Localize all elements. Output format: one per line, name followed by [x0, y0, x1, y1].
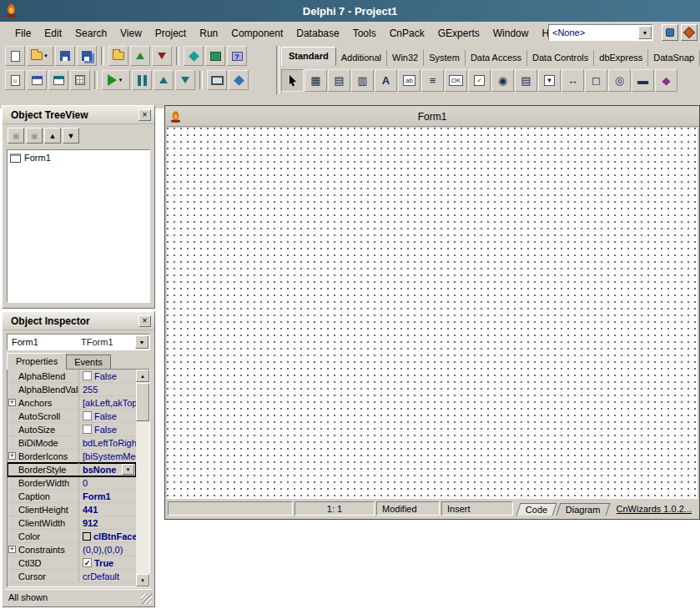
save-button[interactable] [55, 46, 75, 66]
palette-tab-datasnap[interactable]: DataSnap [648, 50, 700, 66]
form-title-bar[interactable]: Form1 [166, 107, 698, 127]
tab-properties[interactable]: Properties [7, 353, 67, 370]
scroll-up-icon[interactable]: ▲ [136, 370, 149, 382]
run-button[interactable]: ▼ [102, 70, 130, 90]
menu-edit[interactable]: Edit [38, 25, 68, 42]
new-form-button[interactable] [70, 70, 90, 90]
move-down-button[interactable]: ▼ [63, 128, 79, 143]
close-icon[interactable]: × [138, 109, 151, 121]
checkbox-unchecked-icon[interactable] [83, 425, 92, 434]
radiobutton-component-button[interactable]: ◉ [491, 69, 514, 92]
help-contents-button[interactable]: ? [227, 46, 247, 66]
button-component-button[interactable]: OK [445, 69, 467, 92]
view-monitor-button[interactable] [207, 70, 227, 90]
tree-item-form1[interactable]: Form1 [8, 150, 149, 163]
color-swatch[interactable] [83, 532, 91, 541]
listbox-component-button[interactable]: ▤ [515, 69, 537, 92]
menu-search[interactable]: Search [68, 25, 113, 42]
open-project-button[interactable] [108, 46, 128, 66]
actionlist-component-button[interactable]: ◆ [655, 69, 677, 92]
expand-icon[interactable]: + [8, 452, 16, 460]
tab-events[interactable]: Events [66, 355, 111, 370]
tab-diagram[interactable]: Diagram [556, 503, 610, 516]
palette-tab-data-controls[interactable]: Data Controls [527, 50, 594, 66]
scrollbar-component-button[interactable]: ↔ [562, 69, 584, 92]
menu-tools[interactable]: Tools [346, 25, 383, 42]
property-scrollbar[interactable]: ▲ ▼ [136, 370, 149, 586]
cnwizards-tab[interactable]: CnWizards 1.0.2... [617, 504, 692, 514]
view-form-button[interactable] [27, 70, 47, 90]
set-debug-desktop-button[interactable] [681, 24, 697, 41]
property-row-color[interactable]: Color clBtnFace [8, 530, 136, 543]
scroll-down-icon[interactable]: ▼ [136, 574, 149, 586]
instance-selector-combo[interactable]: Form1 TForm1 ▼ [7, 334, 150, 350]
cnpack-button[interactable] [184, 46, 204, 66]
menu-window[interactable]: Window [486, 25, 536, 42]
menu-database[interactable]: Database [290, 25, 345, 42]
close-icon[interactable]: × [138, 315, 151, 327]
step-over-button[interactable] [175, 70, 195, 90]
combobox-component-button[interactable]: ▼ [538, 69, 561, 92]
property-row-autosize[interactable]: AutoSize False [8, 423, 136, 436]
move-up-button[interactable]: ▲ [44, 128, 61, 143]
tab-code[interactable]: Code [516, 503, 557, 516]
desktop-layout-combo[interactable]: <None> ▼ [548, 24, 653, 41]
checkbox-checked-icon[interactable]: ✓ [83, 558, 92, 567]
resize-grip[interactable] [141, 593, 152, 604]
menu-component[interactable]: Component [224, 25, 290, 42]
property-row-borderwidth[interactable]: BorderWidth 0 [8, 476, 136, 490]
object-treeview-header[interactable]: Object TreeView × [3, 106, 154, 124]
open-button[interactable]: ▼ [27, 46, 53, 66]
menu-cnpack[interactable]: CnPack [383, 25, 431, 42]
palette-tab-win32[interactable]: Win32 [387, 50, 424, 66]
menu-gexperts[interactable]: GExperts [431, 25, 486, 42]
property-row-caption[interactable]: Caption Form1 [8, 490, 136, 503]
palette-tab-data-access[interactable]: Data Access [466, 50, 527, 66]
property-row-anchors[interactable]: +Anchors [akLeft,akTop] [8, 396, 136, 410]
cursor-tool-button[interactable] [281, 69, 304, 92]
extra-tool-button[interactable] [229, 70, 249, 90]
property-row-bordericons[interactable]: +BorderIcons [biSystemMenu [8, 450, 136, 463]
form-design-surface[interactable] [167, 128, 697, 499]
popupmenu-component-button[interactable]: ▥ [351, 69, 374, 92]
chevron-down-icon[interactable]: ▼ [135, 335, 149, 349]
expand-icon[interactable]: + [8, 399, 16, 406]
property-row-cursor[interactable]: Cursor crDefault [8, 570, 136, 583]
memo-component-button[interactable]: ≡ [421, 69, 444, 92]
scrollbar-thumb[interactable] [136, 383, 149, 421]
add-file-button[interactable] [130, 46, 150, 66]
palette-tab-additional[interactable]: Additional [336, 50, 387, 66]
chevron-down-icon[interactable]: ▼ [638, 26, 652, 39]
value-dropdown-icon[interactable]: ▼ [122, 464, 134, 475]
palette-tab-dbexpress[interactable]: dbExpress [594, 50, 648, 66]
pause-button[interactable] [132, 70, 152, 90]
view-unit-button[interactable]: u [5, 70, 25, 90]
menu-run[interactable]: Run [193, 25, 224, 42]
radiogroup-component-button[interactable]: ◎ [608, 69, 631, 92]
property-row-autoscroll[interactable]: AutoScroll False [8, 410, 136, 423]
property-row-alphablendvalue[interactable]: AlphaBlendValu 255 [8, 383, 136, 396]
object-inspector-header[interactable]: Object Inspector × [3, 312, 154, 330]
treeview-area[interactable]: Form1 [7, 149, 150, 303]
property-row-ctl3d[interactable]: Ctl3D ✓True [8, 556, 136, 570]
property-row-constraints[interactable]: +Constraints (0,0),(0,0) [8, 543, 136, 556]
run-dropdown-icon[interactable]: ▼ [117, 71, 124, 89]
palette-tab-standard[interactable]: Standard [281, 47, 336, 66]
menu-view[interactable]: View [113, 25, 149, 42]
new-button[interactable] [5, 46, 25, 66]
menu-file[interactable]: File [8, 25, 38, 42]
menu-project[interactable]: Project [149, 25, 193, 42]
remove-file-button[interactable] [152, 46, 172, 66]
new-item-button[interactable]: ▣ [8, 128, 24, 143]
property-row-bidimode[interactable]: BiDiMode bdLeftToRight [8, 436, 136, 450]
groupbox-component-button[interactable]: ◻ [585, 69, 607, 92]
checkbox-unchecked-icon[interactable] [83, 371, 92, 380]
label-component-button[interactable]: A [375, 69, 397, 92]
open-dropdown-icon[interactable]: ▼ [43, 47, 50, 65]
expand-icon[interactable]: + [8, 546, 16, 553]
property-row-alphablend[interactable]: AlphaBlend False [8, 370, 136, 383]
property-row-clientwidth[interactable]: ClientWidth 912 [8, 516, 136, 530]
frames-component-button[interactable]: ▦ [305, 69, 327, 92]
trace-into-button[interactable] [154, 70, 174, 90]
mainmenu-component-button[interactable]: ▤ [328, 69, 350, 92]
